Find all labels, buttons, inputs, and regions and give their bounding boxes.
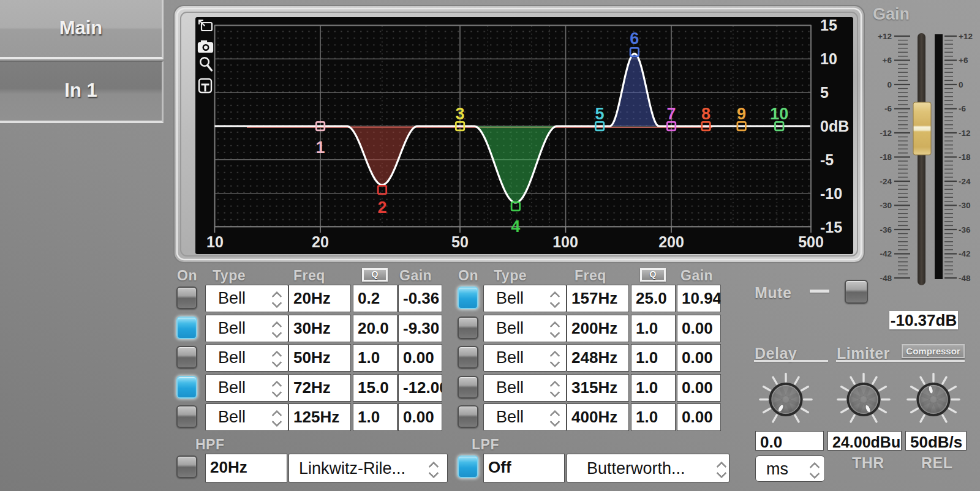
svg-text:-42: -42 (880, 249, 892, 258)
svg-text:6: 6 (630, 29, 639, 48)
svg-text:10: 10 (770, 105, 788, 123)
svg-text:1: 1 (315, 138, 325, 157)
svg-text:0: 0 (887, 80, 892, 89)
svg-text:5: 5 (820, 84, 829, 101)
svg-text:2: 2 (377, 198, 386, 217)
svg-text:20: 20 (312, 233, 329, 250)
svg-text:+12: +12 (959, 32, 973, 41)
svg-text:-30: -30 (880, 201, 892, 210)
svg-text:10: 10 (820, 50, 837, 67)
svg-text:15: 15 (820, 17, 837, 34)
svg-text:-10: -10 (820, 185, 842, 202)
svg-text:+6: +6 (959, 56, 968, 65)
svg-text:-48: -48 (880, 274, 892, 283)
svg-text:-12: -12 (880, 129, 892, 138)
svg-text:-36: -36 (880, 225, 892, 234)
svg-text:-24: -24 (959, 177, 971, 186)
svg-text:-18: -18 (880, 152, 892, 162)
svg-text:Gain: Gain (873, 5, 910, 23)
svg-text:5: 5 (595, 105, 604, 123)
svg-text:-18: -18 (959, 152, 971, 162)
svg-text:9: 9 (737, 105, 746, 123)
svg-text:100: 100 (552, 233, 578, 250)
svg-text:-24: -24 (880, 177, 892, 186)
svg-text:-12: -12 (959, 129, 971, 138)
svg-text:7: 7 (666, 105, 676, 123)
svg-text:-48: -48 (959, 274, 971, 283)
svg-text:3: 3 (455, 105, 464, 123)
svg-text:0: 0 (959, 80, 963, 89)
svg-text:10: 10 (206, 233, 224, 250)
svg-text:-42: -42 (959, 249, 971, 258)
svg-text:+6: +6 (883, 56, 892, 65)
svg-text:50: 50 (451, 233, 469, 250)
svg-text:200: 200 (658, 233, 684, 250)
svg-text:8: 8 (701, 105, 710, 123)
svg-text:4: 4 (511, 217, 520, 236)
svg-text:0dB: 0dB (820, 118, 849, 135)
svg-text:-36: -36 (959, 225, 971, 234)
svg-text:-5: -5 (820, 151, 834, 168)
svg-text:+12: +12 (878, 32, 892, 41)
svg-text:-6: -6 (884, 104, 892, 113)
svg-text:500: 500 (798, 233, 824, 250)
svg-text:-30: -30 (959, 201, 971, 210)
svg-text:-6: -6 (959, 104, 966, 113)
